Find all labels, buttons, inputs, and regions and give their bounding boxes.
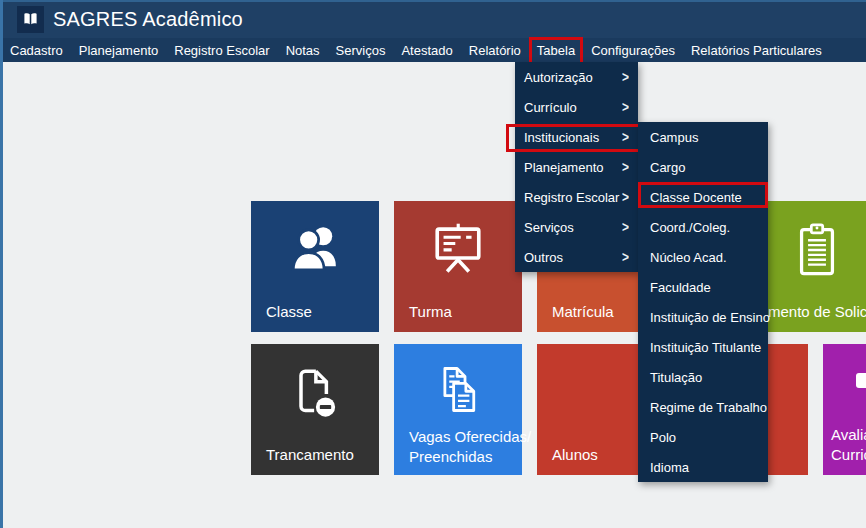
submenu-item-polo[interactable]: Polo <box>638 422 768 452</box>
documents-icon <box>430 364 486 422</box>
tile-avaliacao[interactable]: Avalia Curric <box>823 344 866 475</box>
submenu-item-cargo[interactable]: Cargo <box>638 152 768 182</box>
tile-label: Trancamento <box>266 446 354 463</box>
submenu-item-campus[interactable]: Campus <box>638 122 768 152</box>
tile-vagas-oferecidas-preenchidas[interactable]: Vagas Oferecidas/ Preenchidas <box>394 344 522 475</box>
chevron-right-icon: > <box>622 219 629 235</box>
submenu-item-instituicao-titulante[interactable]: Instituição Titulante <box>638 332 768 362</box>
app-window: SAGRES Acadêmico Cadastro Planejamento R… <box>0 0 866 528</box>
institucionais-submenu: Campus Cargo Classe Docente Coord./Coleg… <box>638 122 768 482</box>
menubar: Cadastro Planejamento Registro Escolar N… <box>0 38 866 62</box>
submenu-item-instituicao-de-ensino[interactable]: Instituição de Ensino <box>638 302 768 332</box>
menu-item-cadastro[interactable]: Cadastro <box>10 43 63 58</box>
submenu-item-classe-docente[interactable]: Classe Docente <box>638 182 768 212</box>
app-title: SAGRES Acadêmico <box>53 8 243 31</box>
chevron-right-icon: > <box>622 249 629 265</box>
menu-item-tabela[interactable]: Tabela <box>537 43 575 58</box>
tile-label: Matrícula <box>552 303 614 320</box>
menu-item-label: Tabela <box>537 43 575 58</box>
menu-item-configuracoes[interactable]: Configurações <box>591 43 675 58</box>
dropdown-item-institucionais[interactable]: Institucionais > <box>515 122 638 152</box>
tile-label: Classe <box>266 303 312 320</box>
menu-item-relatorios-particulares[interactable]: Relatórios Particulares <box>691 43 822 58</box>
submenu-item-titulacao[interactable]: Titulação <box>638 362 768 392</box>
titlebar: SAGRES Acadêmico <box>0 0 866 38</box>
tile-classe[interactable]: Classe <box>251 201 379 332</box>
submenu-item-idioma[interactable]: Idioma <box>638 452 768 482</box>
tabela-dropdown-menu: Autorização > Currículo > Institucionais… <box>515 62 638 272</box>
tile-label: mento de Solic <box>768 303 866 320</box>
document-minus-icon <box>287 364 343 422</box>
dropdown-item-curriculo[interactable]: Currículo > <box>515 92 638 122</box>
presentation-board-icon <box>429 221 487 277</box>
open-book-icon <box>21 10 40 29</box>
chevron-right-icon: > <box>622 99 629 115</box>
chevron-right-icon: > <box>622 189 629 205</box>
dropdown-item-servicos[interactable]: Serviços > <box>515 212 638 242</box>
tile-turma[interactable]: Turma <box>394 201 522 332</box>
window-top-edge <box>0 0 866 2</box>
dropdown-item-outros[interactable]: Outros > <box>515 242 638 272</box>
app-logo <box>17 6 44 33</box>
submenu-item-nucleo-acad[interactable]: Núcleo Acad. <box>638 242 768 272</box>
tile-trancamento[interactable]: Trancamento <box>251 344 379 475</box>
menu-item-notas[interactable]: Notas <box>286 43 320 58</box>
tile-label: Vagas Oferecidas/ Preenchidas <box>409 427 531 467</box>
partial-icon-fragment <box>856 373 866 388</box>
clipboard-icon <box>791 221 843 279</box>
menu-item-atestado[interactable]: Atestado <box>401 43 452 58</box>
tile-label: Turma <box>409 303 452 320</box>
tile-label: Avalia Curric <box>831 425 866 465</box>
dropdown-item-autorizacao[interactable]: Autorização > <box>515 62 638 92</box>
dropdown-item-planejamento[interactable]: Planejamento > <box>515 152 638 182</box>
chevron-right-icon: > <box>622 129 629 145</box>
chevron-right-icon: > <box>622 69 629 85</box>
submenu-item-coord-coleg[interactable]: Coord./Coleg. <box>638 212 768 242</box>
dropdown-item-registro-escolar[interactable]: Registro Escolar > <box>515 182 638 212</box>
submenu-item-faculdade[interactable]: Faculdade <box>638 272 768 302</box>
window-left-edge <box>0 0 3 528</box>
menu-item-registro-escolar[interactable]: Registro Escolar <box>174 43 269 58</box>
menu-item-servicos[interactable]: Serviços <box>336 43 386 58</box>
menu-item-planejamento[interactable]: Planejamento <box>79 43 159 58</box>
people-icon <box>286 221 344 275</box>
menu-item-relatorio[interactable]: Relatório <box>469 43 521 58</box>
submenu-item-regime-de-trabalho[interactable]: Regime de Trabalho <box>638 392 768 422</box>
chevron-right-icon: > <box>622 159 629 175</box>
tile-label: Alunos <box>552 446 598 463</box>
